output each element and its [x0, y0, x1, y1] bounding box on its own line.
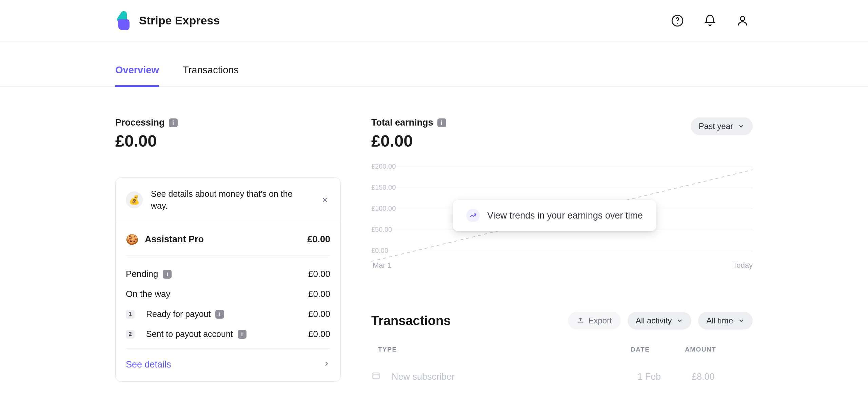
col-type: TYPE: [378, 346, 631, 353]
svg-point-2: [741, 16, 745, 21]
account-amount: £0.00: [307, 234, 330, 245]
table-row[interactable]: New subscriber 1 Feb £8.00: [371, 365, 753, 389]
account-name: Assistant Pro: [145, 234, 300, 245]
card-banner: 💰 See details about money that's on the …: [116, 178, 340, 222]
tx-desc: New subscriber: [392, 372, 637, 382]
chevron-right-icon: [323, 359, 330, 370]
tab-row: Overview Transactions: [0, 41, 868, 87]
step2-label: Sent to payout account: [146, 329, 233, 339]
tab-transactions[interactable]: Transactions: [183, 54, 239, 87]
tab-overview[interactable]: Overview: [115, 54, 159, 87]
period-dropdown[interactable]: Past year: [691, 117, 753, 135]
processing-label-text: Processing: [115, 117, 165, 128]
chevron-down-icon: [738, 317, 745, 324]
earnings-chart: £200.00 £150.00 £100.00 £50.00 £0.00 Mar…: [371, 166, 753, 271]
pending-label: Pending: [126, 269, 158, 279]
info-icon[interactable]: i: [238, 330, 246, 339]
brand: Stripe Express: [115, 11, 220, 30]
chevron-down-icon: [676, 317, 683, 324]
step1-label: Ready for payout: [146, 309, 211, 319]
col-amount: AMOUNT: [685, 346, 746, 353]
bell-icon[interactable]: [703, 14, 717, 27]
cookie-icon: 🍪: [126, 233, 138, 245]
trend-icon: [466, 209, 480, 222]
period-selected: Past year: [699, 121, 733, 131]
transactions-title: Transactions: [371, 314, 451, 328]
export-icon: [577, 317, 584, 324]
time-filter-label: All time: [706, 316, 733, 325]
step1-value: £0.00: [308, 309, 330, 319]
profile-icon[interactable]: [736, 14, 749, 27]
ontheway-row: On the way £0.00: [126, 284, 330, 304]
step2-value: £0.00: [308, 329, 330, 339]
top-bar: Stripe Express: [0, 0, 868, 41]
brand-name: Stripe Express: [139, 14, 220, 27]
brand-mark-icon: [115, 11, 132, 30]
earnings-label: Total earnings i: [371, 117, 446, 128]
step2-row: 2 Sent to payout account i £0.00: [126, 324, 330, 348]
money-bag-icon: 💰: [126, 191, 143, 208]
topbar-actions: [671, 14, 749, 27]
step1-badge: 1: [126, 310, 135, 319]
activity-filter-label: All activity: [636, 316, 672, 325]
earnings-label-text: Total earnings: [371, 117, 433, 128]
step1-row: 1 Ready for payout i £0.00: [126, 304, 330, 324]
calendar-icon: [371, 371, 392, 383]
earnings-value: £0.00: [371, 131, 446, 150]
export-button[interactable]: Export: [568, 312, 620, 330]
chart-xtick: Today: [733, 261, 753, 270]
col-date: DATE: [631, 346, 685, 353]
tx-amount: £8.00: [692, 372, 753, 382]
see-details-link[interactable]: See details: [126, 349, 330, 381]
help-icon[interactable]: [671, 14, 684, 27]
info-icon[interactable]: i: [437, 118, 446, 127]
payouts-card: 💰 See details about money that's on the …: [115, 177, 341, 382]
chevron-down-icon: [738, 123, 745, 130]
ontheway-label: On the way: [126, 289, 171, 299]
processing-value: £0.00: [115, 131, 341, 150]
chart-xtick: Mar 1: [373, 261, 392, 270]
account-row: 🍪 Assistant Pro £0.00: [126, 222, 330, 256]
time-filter-dropdown[interactable]: All time: [698, 312, 753, 330]
step2-badge: 2: [126, 330, 135, 339]
card-banner-text: See details about money that's on the wa…: [151, 188, 311, 212]
info-icon[interactable]: i: [215, 310, 224, 319]
pending-value: £0.00: [308, 269, 330, 279]
see-details-label: See details: [126, 359, 171, 370]
close-icon[interactable]: [319, 194, 330, 205]
pending-row: Pending i £0.00: [126, 264, 330, 284]
processing-label: Processing i: [115, 117, 341, 128]
trend-callout[interactable]: View trends in your earnings over time: [453, 200, 656, 231]
activity-filter-dropdown[interactable]: All activity: [628, 312, 692, 330]
svg-point-1: [677, 23, 678, 23]
svg-rect-4: [373, 373, 379, 379]
export-label: Export: [588, 316, 612, 325]
tx-table-header: TYPE DATE AMOUNT: [371, 346, 753, 353]
info-icon[interactable]: i: [169, 118, 178, 127]
tx-date: 1 Feb: [637, 372, 692, 382]
ontheway-value: £0.00: [308, 289, 330, 299]
info-icon[interactable]: i: [163, 270, 172, 279]
trend-text: View trends in your earnings over time: [487, 210, 643, 221]
